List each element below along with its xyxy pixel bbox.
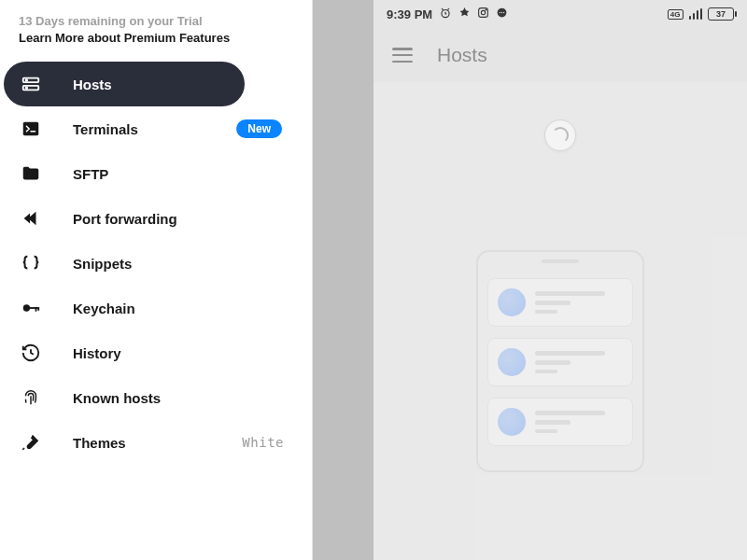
svg-point-12 <box>486 9 486 10</box>
empty-state-illustration <box>476 250 644 472</box>
hosts-empty-content <box>374 82 747 560</box>
app-header: Hosts <box>374 28 747 82</box>
nav-item-sftp[interactable]: SFTP <box>4 151 308 196</box>
svg-point-3 <box>26 88 27 89</box>
svg-point-16 <box>503 12 504 13</box>
nav-item-hosts[interactable]: Hosts <box>4 62 245 106</box>
sidebar-drawer: 13 Days remaining on your Trial Learn Mo… <box>0 0 313 560</box>
hosts-icon <box>21 74 41 94</box>
nav-item-keychain[interactable]: Keychain <box>4 286 308 330</box>
nav-item-terminals[interactable]: Terminals New <box>4 106 308 151</box>
nav-label: Snippets <box>73 256 132 272</box>
navigation-list: Hosts Terminals New SFTP Port forwarding <box>0 60 312 465</box>
svg-point-2 <box>26 80 27 81</box>
background-gap <box>313 0 374 560</box>
braces-icon <box>21 253 41 273</box>
nav-label: Terminals <box>73 121 138 137</box>
nav-label: History <box>73 345 121 361</box>
trial-learn-more[interactable]: Learn More about Premium Features <box>19 30 293 47</box>
nav-item-snippets[interactable]: Snippets <box>4 241 308 286</box>
loading-spinner <box>544 119 576 151</box>
nav-item-known-hosts[interactable]: Known hosts <box>4 375 308 420</box>
main-screen-underlay: 9:39 PM 4G 37 Hosts <box>374 0 747 560</box>
android-status-bar: 9:39 PM 4G 37 <box>374 0 747 28</box>
nav-label: Hosts <box>73 77 112 92</box>
folder-icon <box>21 163 41 184</box>
trial-days-remaining: 13 Days remaining on your Trial <box>19 13 293 30</box>
new-badge: New <box>236 119 282 138</box>
fingerprint-icon <box>21 387 41 408</box>
signal-icon <box>689 8 703 20</box>
hamburger-icon[interactable] <box>392 48 413 63</box>
nav-label: Known hosts <box>73 390 161 406</box>
status-time: 9:39 PM <box>387 7 432 21</box>
brush-icon <box>21 432 41 453</box>
page-title: Hosts <box>437 44 487 66</box>
svg-rect-4 <box>23 122 39 136</box>
battery-indicator: 37 <box>708 7 734 21</box>
svg-rect-7 <box>35 307 37 312</box>
nav-label: SFTP <box>73 166 108 182</box>
forward-icon <box>21 208 41 229</box>
svg-rect-6 <box>29 307 38 309</box>
message-icon <box>496 7 508 21</box>
nav-label: Keychain <box>73 301 135 316</box>
nav-item-port-forwarding[interactable]: Port forwarding <box>4 196 308 241</box>
network-indicator: 4G <box>668 9 684 20</box>
alarm-icon <box>439 7 452 22</box>
nav-label: Port forwarding <box>73 211 177 227</box>
nav-item-history[interactable]: History <box>4 330 308 375</box>
svg-point-11 <box>481 10 485 14</box>
key-icon <box>21 298 41 318</box>
instagram-icon <box>477 7 489 21</box>
nav-label: Themes <box>73 435 126 451</box>
svg-rect-8 <box>37 307 39 311</box>
svg-point-5 <box>23 305 30 312</box>
trial-banner[interactable]: 13 Days remaining on your Trial Learn Mo… <box>0 9 312 60</box>
terminal-icon <box>21 119 41 139</box>
history-icon <box>21 343 41 363</box>
notification-icon <box>458 7 471 21</box>
theme-current-value: White <box>242 435 284 450</box>
svg-point-15 <box>501 12 502 13</box>
svg-point-14 <box>500 12 500 13</box>
nav-item-themes[interactable]: Themes White <box>4 420 308 465</box>
